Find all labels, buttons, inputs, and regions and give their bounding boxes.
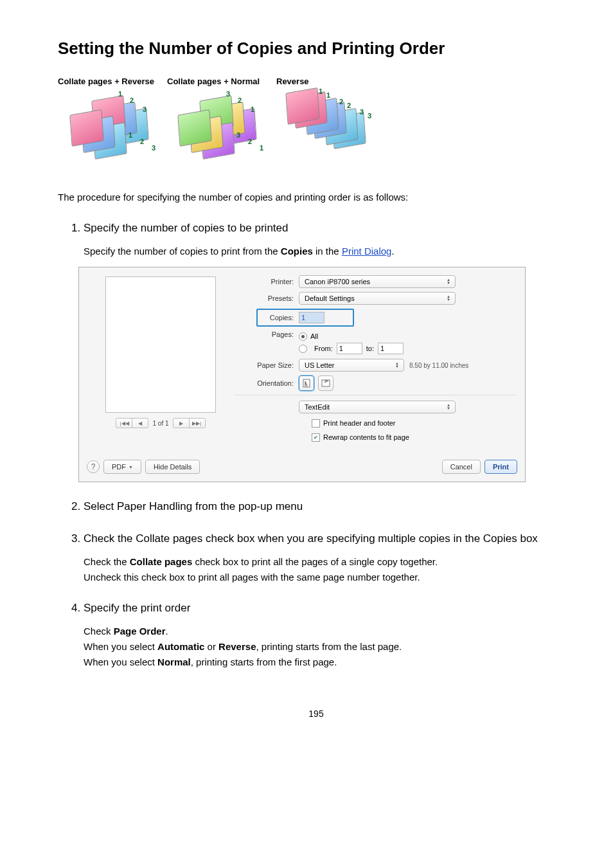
graphics-row: 1 2 3 1 2 3 3 2 1 3 2 1 bbox=[58, 89, 574, 156]
intro-text: The procedure for specifying the number … bbox=[58, 192, 574, 203]
nav-prev-icon[interactable]: ◀ bbox=[132, 419, 148, 428]
page-title: Setting the Number of Copies and Printin… bbox=[58, 39, 574, 59]
preview-nav: |◀◀ ◀ 1 of 1 ▶ ▶▶| bbox=[116, 418, 205, 428]
copies-input[interactable]: 1 bbox=[299, 312, 324, 323]
print-preview bbox=[105, 276, 216, 413]
label-collate-reverse: Collate pages + Reverse bbox=[58, 77, 167, 86]
copies-label: Copies: bbox=[260, 314, 299, 321]
print-header-footer-checkbox[interactable] bbox=[312, 419, 320, 428]
step-3-title: Check the Collate pages check box when y… bbox=[84, 532, 538, 545]
option-labels-row: Collate pages + Reverse Collate pages + … bbox=[58, 77, 574, 86]
rewrap-label: Rewrap contents to fit page bbox=[323, 433, 409, 441]
printer-select[interactable]: Canon iP8700 series ▲▼ bbox=[299, 275, 456, 288]
print-dialog: |◀◀ ◀ 1 of 1 ▶ ▶▶| Printer: bbox=[78, 267, 526, 482]
papersize-select[interactable]: US Letter ▲▼ bbox=[299, 359, 404, 372]
pane-select[interactable]: TextEdit ▲▼ bbox=[299, 401, 456, 413]
step-1: Specify the number of copies to be print… bbox=[84, 222, 574, 482]
pages-label: Pages: bbox=[235, 330, 299, 338]
print-header-footer-label: Print header and footer bbox=[323, 419, 396, 427]
graphic-reverse: 1 1 2 2 3 3 bbox=[274, 89, 377, 156]
chevron-updown-icon: ▲▼ bbox=[445, 295, 452, 302]
rewrap-checkbox[interactable]: ✔ bbox=[312, 433, 320, 442]
printer-label: Printer: bbox=[235, 278, 299, 285]
papersize-label: Paper Size: bbox=[235, 361, 299, 369]
step-2: Select Paper Handling from the pop-up me… bbox=[84, 500, 574, 513]
nav-next-icon[interactable]: ▶ bbox=[173, 419, 189, 428]
pages-all-text: All bbox=[310, 332, 318, 340]
step-3: Check the Collate pages check box when y… bbox=[84, 532, 574, 585]
page-number: 195 bbox=[58, 709, 574, 719]
step-4-title: Specify the print order bbox=[84, 602, 190, 614]
orientation-label: Orientation: bbox=[235, 379, 299, 387]
graphic-collate-reverse: 1 2 3 1 2 3 bbox=[58, 89, 161, 156]
pages-to-label: to: bbox=[366, 345, 374, 352]
pages-from-input[interactable]: 1 bbox=[337, 343, 362, 354]
step-4-body: Check Page Order. When you select Automa… bbox=[84, 624, 574, 670]
pages-range-radio[interactable] bbox=[299, 345, 307, 353]
cancel-button[interactable]: Cancel bbox=[442, 460, 481, 474]
presets-label: Presets: bbox=[235, 294, 299, 302]
step-3-body: Check the Collate pages check box to pri… bbox=[84, 554, 574, 585]
chevron-updown-icon: ▲▼ bbox=[445, 404, 452, 410]
chevron-updown-icon: ▲▼ bbox=[445, 278, 452, 285]
svg-rect-0 bbox=[303, 379, 310, 387]
step-1-body: Specify the number of copies to print fr… bbox=[84, 244, 574, 259]
pages-all-radio[interactable] bbox=[299, 332, 307, 341]
help-button[interactable]: ? bbox=[87, 460, 100, 473]
label-collate-normal: Collate pages + Normal bbox=[167, 77, 276, 86]
nav-last-icon[interactable]: ▶▶| bbox=[189, 419, 205, 428]
chevron-down-icon: ▼ bbox=[129, 465, 133, 469]
nav-first-icon[interactable]: |◀◀ bbox=[116, 419, 132, 428]
print-button[interactable]: Print bbox=[484, 460, 517, 474]
pages-to-input[interactable]: 1 bbox=[378, 343, 404, 354]
step-1-title: Specify the number of copies to be print… bbox=[84, 222, 288, 234]
graphic-collate-normal: 3 2 1 3 2 1 bbox=[166, 89, 269, 156]
orientation-portrait-icon[interactable] bbox=[299, 375, 314, 391]
papersize-dim: 8.50 by 11.00 inches bbox=[409, 362, 468, 369]
hide-details-button[interactable]: Hide Details bbox=[145, 460, 200, 474]
step-4: Specify the print order Check Page Order… bbox=[84, 602, 574, 670]
print-dialog-link[interactable]: Print Dialog bbox=[342, 246, 392, 257]
chevron-updown-icon: ▲▼ bbox=[393, 362, 401, 368]
step-2-title: Select Paper Handling from the pop-up me… bbox=[84, 500, 303, 512]
label-reverse: Reverse bbox=[276, 77, 386, 86]
pages-from-label: From: bbox=[314, 345, 333, 352]
pdf-button[interactable]: PDF▼ bbox=[103, 460, 141, 474]
nav-page-text: 1 of 1 bbox=[152, 420, 168, 427]
presets-select[interactable]: Default Settings ▲▼ bbox=[299, 292, 456, 305]
orientation-landscape-icon[interactable] bbox=[318, 375, 333, 391]
